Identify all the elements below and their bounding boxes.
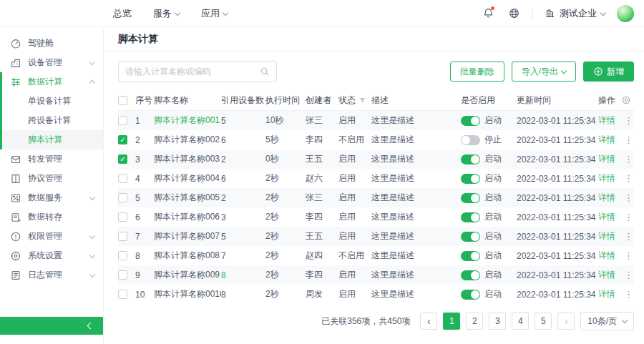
page-button-3[interactable]: 3 [489, 313, 506, 330]
script-name-link[interactable]: 脚本计算名称004 [154, 172, 221, 185]
detail-link[interactable]: 详情 [598, 211, 615, 223]
prev-page-button[interactable]: ‹ [420, 313, 437, 330]
row-checkbox-cell [118, 270, 135, 280]
sidebar-item-log-mgmt[interactable]: 日志管理 [0, 265, 103, 285]
script-name-link[interactable]: 脚本计算名称007 [154, 230, 221, 242]
page-size-select[interactable]: 10条/页 [580, 312, 634, 330]
enable-toggle[interactable] [461, 270, 480, 280]
script-name-link[interactable]: 脚本计算名称005 [154, 192, 221, 204]
sidebar-item-data-calc[interactable]: 数据计算 [2, 72, 103, 92]
sidebar-item-label: 数据转存 [28, 211, 62, 223]
sidebar-item-single-device-calc[interactable]: 单设备计算 [2, 92, 103, 111]
top-nav-apps[interactable]: 应用 [201, 7, 228, 20]
detail-link[interactable]: 详情 [598, 288, 615, 300]
more-actions-icon[interactable]: ⋮ [624, 134, 631, 145]
row-checkbox[interactable]: ✓ [118, 135, 127, 144]
sidebar-item-label: 驾驶舱 [28, 37, 54, 49]
status: 启用 [338, 114, 371, 127]
script-name-link[interactable]: 脚本计算名称002 [154, 134, 221, 146]
sidebar-item-device-mgmt[interactable]: 设备管理 [0, 53, 103, 72]
enable-toggle[interactable] [461, 212, 480, 222]
detail-link[interactable]: 详情 [598, 269, 615, 281]
notification-bell-icon[interactable] [481, 6, 495, 21]
row-checkbox[interactable] [118, 116, 127, 125]
top-nav-overview[interactable]: 总览 [113, 7, 132, 20]
sidebar-item-sys-settings[interactable]: 系统设置 [0, 246, 103, 265]
detail-link[interactable]: 详情 [598, 114, 615, 127]
script-name-link[interactable]: 脚本计算名称006 [154, 211, 221, 223]
search-icon[interactable] [260, 67, 270, 77]
enable-toggle[interactable] [461, 154, 480, 164]
detail-link[interactable]: 详情 [598, 230, 615, 242]
script-name-link[interactable]: 脚本计算名称009 [154, 269, 221, 281]
more-actions-icon[interactable]: ⋮ [624, 270, 631, 280]
detail-link[interactable]: 详情 [598, 172, 615, 185]
page-button-2[interactable]: 2 [466, 313, 483, 330]
updated-time: 2022-03-01 11:25:34 [517, 212, 598, 222]
enable-toggle[interactable] [461, 232, 480, 242]
sidebar-item-perm-mgmt[interactable]: 权限管理 [0, 227, 103, 246]
sidebar-item-protocol-mgmt[interactable]: 协议管理 [0, 169, 103, 188]
batch-delete-button[interactable]: 批量删除 [450, 62, 504, 82]
page-size-value: 10条/页 [587, 315, 617, 328]
globe-icon[interactable] [507, 6, 521, 21]
collapse-sidebar-button[interactable] [0, 317, 103, 335]
more-actions-icon[interactable]: ⋮ [624, 289, 631, 300]
detail-link[interactable]: 详情 [598, 134, 615, 146]
column-settings-icon[interactable] [621, 95, 631, 105]
sidebar-item-data-store[interactable]: 数据转存 [0, 207, 103, 227]
sidebar-item-cockpit[interactable]: 驾驶舱 [0, 34, 103, 53]
chevron-left-icon [87, 323, 94, 330]
toggle-knob [471, 175, 479, 183]
row-checkbox[interactable] [118, 174, 127, 183]
top-bar: 总览服务应用 测试企业 [0, 0, 644, 27]
more-actions-icon[interactable]: ⋮ [624, 192, 631, 203]
row-checkbox[interactable] [118, 290, 127, 299]
row-checkbox[interactable] [118, 251, 127, 260]
script-name-link[interactable]: 脚本计算名称0010 [154, 288, 221, 300]
row-checkbox[interactable]: ✓ [118, 154, 127, 164]
script-name-link[interactable]: 脚本计算名称008 [154, 250, 221, 262]
row-checkbox[interactable] [118, 270, 127, 280]
more-actions-icon[interactable]: ⋮ [624, 231, 631, 242]
page-button-5[interactable]: 5 [535, 313, 552, 330]
page-button-1[interactable]: 1 [443, 313, 460, 330]
next-page-button[interactable]: › [557, 313, 575, 330]
row-checkbox[interactable] [118, 232, 127, 241]
sidebar-item-script-calc[interactable]: 脚本计算 [2, 130, 103, 149]
script-name-link[interactable]: 脚本计算名称003 [154, 153, 221, 165]
add-button[interactable]: 新增 [583, 62, 634, 82]
search-input[interactable] [125, 67, 260, 77]
detail-link[interactable]: 详情 [598, 192, 615, 204]
enable-toggle[interactable] [461, 251, 480, 261]
more-actions-icon[interactable]: ⋮ [624, 173, 631, 184]
detail-link[interactable]: 详情 [598, 153, 615, 165]
top-nav-services[interactable]: 服务 [153, 7, 180, 20]
select-all-checkbox[interactable] [118, 96, 127, 105]
more-actions-icon[interactable]: ⋮ [624, 250, 631, 261]
script-name-link[interactable]: 脚本计算名称001 [154, 114, 221, 127]
company-switcher[interactable]: 测试企业 [545, 7, 605, 20]
row-checkbox[interactable] [118, 193, 127, 202]
more-actions-icon[interactable]: ⋮ [624, 115, 631, 126]
enable-toggle[interactable] [461, 193, 480, 203]
enable-toggle[interactable] [461, 135, 480, 145]
enable-toggle[interactable] [461, 116, 480, 126]
more-actions-icon[interactable]: ⋮ [624, 212, 631, 222]
sidebar-item-data-service[interactable]: 数据服务 [0, 188, 103, 207]
row-checkbox[interactable] [118, 212, 127, 222]
filter-icon[interactable] [358, 97, 366, 104]
sidebar-item-forward-mgmt[interactable]: 转发管理 [0, 149, 103, 169]
dashboard-icon [10, 38, 21, 49]
more-actions-icon[interactable]: ⋮ [624, 154, 631, 164]
status: 启用 [338, 153, 371, 165]
user-avatar[interactable] [617, 5, 634, 22]
import-export-button[interactable]: 导入/导出 [512, 62, 576, 82]
page-button-4[interactable]: 4 [512, 313, 529, 330]
column-header-label: 描述 [371, 95, 389, 105]
creator: 赵六 [306, 172, 338, 185]
enable-toggle[interactable] [461, 174, 480, 184]
enable-toggle[interactable] [461, 290, 480, 300]
sidebar-item-cross-device-calc[interactable]: 跨设备计算 [2, 111, 103, 130]
detail-link[interactable]: 详情 [598, 250, 615, 262]
